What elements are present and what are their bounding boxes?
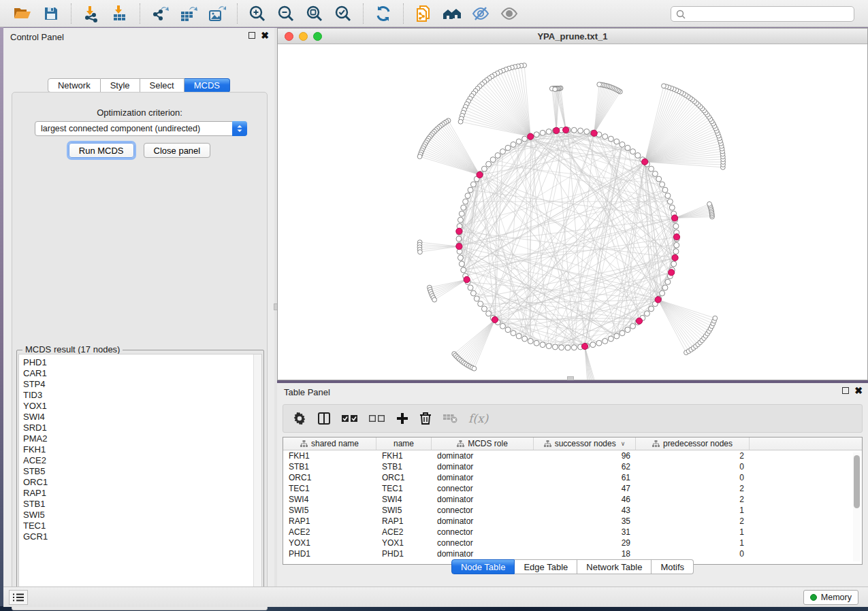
graph-node[interactable] [495, 152, 500, 158]
graph-node[interactable] [673, 223, 679, 229]
graph-node[interactable] [665, 279, 671, 284]
zoom-fit-icon[interactable] [304, 3, 325, 24]
graph-node[interactable] [457, 255, 463, 261]
cell-pred[interactable]: 0 [636, 472, 750, 483]
save-session-icon[interactable] [41, 3, 61, 24]
import-table-icon[interactable] [110, 3, 130, 24]
graph-node[interactable] [490, 157, 496, 163]
graph-node[interactable] [571, 127, 577, 133]
graph-leaf-node[interactable] [472, 366, 477, 371]
table-options-gear-icon[interactable] [293, 412, 306, 425]
cell-shared[interactable]: SWI4 [283, 494, 376, 505]
cell-shared[interactable]: ACE2 [283, 527, 376, 538]
show-all-networks-icon[interactable] [442, 3, 462, 24]
graph-node[interactable] [649, 306, 654, 312]
mcds-result-item[interactable]: GCR1 [23, 531, 261, 542]
cell-pred[interactable]: 2 [636, 450, 750, 461]
graph-node[interactable] [584, 129, 590, 134]
mcds-result-item[interactable]: STB5 [23, 466, 261, 477]
cell-name[interactable]: TEC1 [376, 483, 432, 494]
graph-dominator-node[interactable] [636, 318, 642, 324]
tab-mcds[interactable]: MCDS [184, 78, 230, 93]
graph-dominator-node[interactable] [563, 127, 569, 133]
cell-pred[interactable]: 1 [636, 505, 750, 516]
graph-node[interactable] [486, 161, 492, 167]
graph-dominator-node[interactable] [655, 297, 661, 303]
graph-dominator-node[interactable] [464, 276, 470, 282]
graph-node[interactable] [481, 166, 487, 171]
cell-role[interactable]: dominator [432, 461, 534, 472]
cell-name[interactable]: ORC1 [376, 472, 432, 483]
graph-node[interactable] [505, 327, 511, 333]
show-task-history-button[interactable] [9, 590, 28, 605]
graph-node[interactable] [620, 331, 625, 336]
cell-shared[interactable]: ORC1 [283, 472, 376, 483]
table-row[interactable]: SWI4SWI4dominator462 [283, 494, 862, 505]
criterion-dropdown[interactable]: largest connected component (undirected) [35, 121, 247, 136]
network-graph[interactable] [278, 44, 867, 380]
deselect-all-checkboxes-icon[interactable] [369, 414, 385, 423]
mcds-result-item[interactable]: STP4 [23, 379, 261, 390]
graph-node[interactable] [468, 187, 473, 193]
column-header-pred[interactable]: predecessor nodes [636, 437, 750, 450]
table-row[interactable]: TEC1TEC1connector472 [283, 483, 862, 494]
mcds-result-list[interactable]: PHD1CAR1STP4TID3YOX1SWI4SRD1PMA2FKH1ACE2… [18, 354, 262, 597]
cell-succ[interactable]: 18 [534, 548, 636, 559]
graph-node[interactable] [662, 187, 668, 193]
function-builder-icon[interactable]: f(x) [468, 412, 488, 425]
table-row[interactable]: SWI5SWI5connector431 [283, 505, 862, 516]
cell-succ[interactable]: 62 [534, 461, 636, 472]
cell-pred[interactable]: 0 [636, 548, 750, 559]
graph-node[interactable] [669, 205, 675, 210]
graph-node[interactable] [596, 340, 602, 346]
graph-node[interactable] [590, 342, 596, 348]
graph-node[interactable] [534, 340, 539, 346]
graph-node[interactable] [500, 323, 505, 329]
cell-shared[interactable]: STB1 [283, 461, 376, 472]
graph-node[interactable] [635, 152, 641, 158]
graph-leaf-node[interactable] [662, 84, 666, 88]
cell-succ[interactable]: 96 [534, 450, 636, 461]
horizontal-splitter-handle[interactable] [567, 376, 574, 380]
mcds-result-item[interactable]: STB1 [23, 499, 261, 510]
cell-succ[interactable]: 43 [534, 505, 636, 516]
mcds-result-item[interactable]: ORC1 [23, 477, 261, 488]
float-panel-icon[interactable] [842, 387, 849, 394]
mcds-list-scrollbar[interactable] [253, 354, 261, 596]
graph-node[interactable] [552, 344, 558, 350]
tab-style[interactable]: Style [101, 78, 140, 93]
graph-node[interactable] [662, 285, 668, 291]
cell-name[interactable]: PHD1 [376, 548, 432, 559]
graph-node[interactable] [470, 182, 476, 187]
column-selector-icon[interactable] [317, 412, 331, 425]
graph-node[interactable] [486, 311, 492, 316]
graph-dominator-node[interactable] [671, 215, 677, 221]
graph-leaf-node[interactable] [553, 87, 558, 92]
mcds-result-item[interactable]: SWI4 [23, 412, 261, 423]
column-header-succ[interactable]: successor nodes∨ [534, 437, 636, 450]
export-image-icon[interactable] [207, 3, 227, 24]
graph-node[interactable] [516, 139, 521, 144]
graph-node[interactable] [511, 142, 516, 147]
column-header-name[interactable]: name [376, 437, 432, 450]
cell-shared[interactable]: TEC1 [283, 483, 376, 494]
column-header-shared[interactable]: shared name [283, 437, 376, 450]
table-row[interactable]: ORC1ORC1dominator610 [283, 472, 862, 483]
mcds-result-item[interactable]: PHD1 [23, 357, 261, 368]
graph-node[interactable] [540, 130, 545, 135]
maximize-window-icon[interactable] [313, 32, 322, 41]
graph-dominator-node[interactable] [528, 133, 534, 139]
tab-motifs[interactable]: Motifs [652, 559, 694, 574]
graph-node[interactable] [660, 182, 665, 187]
graph-node[interactable] [671, 261, 677, 267]
cell-succ[interactable]: 35 [534, 516, 636, 527]
graph-node[interactable] [625, 145, 630, 150]
network-window-titlebar[interactable]: YPA_prune.txt_1 [278, 29, 867, 44]
cell-role[interactable]: dominator [432, 450, 534, 461]
minimize-window-icon[interactable] [299, 32, 308, 41]
graph-node[interactable] [546, 344, 551, 349]
graph-dominator-node[interactable] [591, 130, 597, 136]
graph-leaf-node[interactable] [417, 154, 422, 159]
add-column-icon[interactable] [396, 412, 408, 425]
graph-node[interactable] [505, 145, 511, 150]
